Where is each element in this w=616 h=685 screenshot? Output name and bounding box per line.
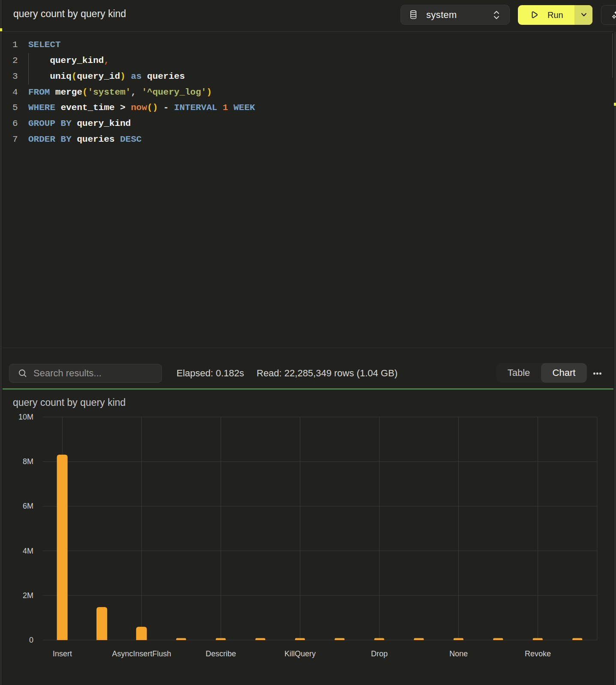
svg-text:KillQuery: KillQuery [284, 649, 316, 658]
svg-text:Drop: Drop [371, 649, 388, 658]
svg-text:0: 0 [29, 636, 33, 644]
svg-text:None: None [449, 649, 468, 658]
svg-text:2M: 2M [23, 591, 33, 600]
svg-text:10M: 10M [18, 413, 33, 421]
svg-text:8M: 8M [23, 457, 33, 466]
svg-text:Revoke: Revoke [525, 649, 551, 658]
svg-text:Insert: Insert [53, 649, 72, 658]
svg-text:6M: 6M [23, 502, 33, 510]
svg-text:Describe: Describe [206, 649, 236, 658]
svg-text:AsyncInsertFlush: AsyncInsertFlush [112, 649, 171, 658]
svg-text:4M: 4M [23, 547, 33, 555]
